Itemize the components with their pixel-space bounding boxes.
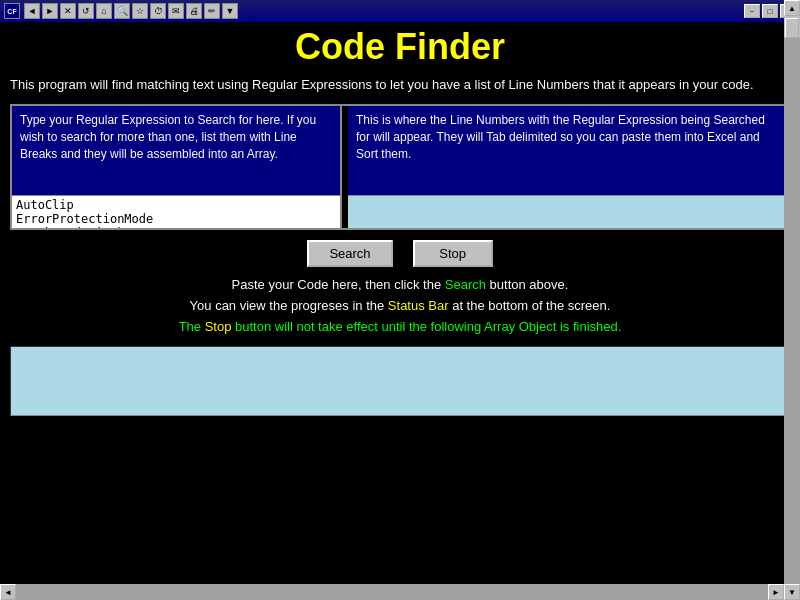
results-output[interactable] <box>348 196 788 228</box>
info-line2: You can view the progreses in the Status… <box>10 296 790 317</box>
minimize-button[interactable]: − <box>744 4 760 18</box>
right-panel: This is where the Line Numbers with the … <box>348 106 788 228</box>
scroll-thumb[interactable] <box>785 18 799 38</box>
history-icon[interactable]: ⏱ <box>150 3 166 19</box>
two-column-section: Type your Regular Expression to Search f… <box>10 104 790 230</box>
search-toolbar-icon[interactable]: 🔍 <box>114 3 130 19</box>
left-panel-label: Type your Regular Expression to Search f… <box>12 106 340 196</box>
dropdown-icon[interactable]: ▼ <box>222 3 238 19</box>
titlebar: CF ◄ ► ✕ ↺ ⌂ 🔍 ☆ ⏱ ✉ 🖨 ✏ ▼ − □ × <box>0 0 800 22</box>
favorites-icon[interactable]: ☆ <box>132 3 148 19</box>
home-icon[interactable]: ⌂ <box>96 3 112 19</box>
mail-icon[interactable]: ✉ <box>168 3 184 19</box>
scroll-track-h <box>16 584 768 600</box>
restore-button[interactable]: □ <box>762 4 778 18</box>
search-word-highlight: Search <box>445 277 486 292</box>
print-icon[interactable]: 🖨 <box>186 3 202 19</box>
buttons-row: Search Stop <box>10 240 790 267</box>
code-input[interactable] <box>10 346 790 416</box>
scroll-down-button[interactable]: ▼ <box>784 584 800 600</box>
regex-input[interactable] <box>12 196 340 228</box>
stop-button[interactable]: Stop <box>413 240 493 267</box>
right-panel-label: This is where the Line Numbers with the … <box>348 106 788 196</box>
scroll-right-button[interactable]: ► <box>768 584 784 600</box>
back-icon[interactable]: ◄ <box>24 3 40 19</box>
titlebar-left: CF ◄ ► ✕ ↺ ⌂ 🔍 ☆ ⏱ ✉ 🖨 ✏ ▼ <box>4 3 238 19</box>
status-bar-highlight: Status Bar <box>388 298 449 313</box>
right-scrollbar: ▲ ▼ <box>784 0 800 600</box>
scroll-up-button[interactable]: ▲ <box>784 0 800 16</box>
stop-word-highlight: Stop <box>205 319 232 334</box>
info-text: Paste your Code here, then click the Sea… <box>10 275 790 337</box>
scroll-left-button[interactable]: ◄ <box>0 584 16 600</box>
toolbar-icons: ◄ ► ✕ ↺ ⌂ 🔍 ☆ ⏱ ✉ 🖨 ✏ ▼ <box>24 3 238 19</box>
refresh-icon[interactable]: ↺ <box>78 3 94 19</box>
info-line1: Paste your Code here, then click the Sea… <box>10 275 790 296</box>
app-title: Code Finder <box>10 26 790 68</box>
description: This program will find matching text usi… <box>10 76 790 94</box>
scroll-track <box>784 38 800 584</box>
bottom-scrollbar: ◄ ► <box>0 584 784 600</box>
left-panel: Type your Regular Expression to Search f… <box>12 106 342 228</box>
app-icon: CF <box>4 3 20 19</box>
content-area: Code Finder This program will find match… <box>0 22 800 424</box>
stop-icon[interactable]: ✕ <box>60 3 76 19</box>
forward-icon[interactable]: ► <box>42 3 58 19</box>
edit-icon[interactable]: ✏ <box>204 3 220 19</box>
info-line3: The Stop button will not take effect unt… <box>10 317 790 338</box>
search-button[interactable]: Search <box>307 240 392 267</box>
